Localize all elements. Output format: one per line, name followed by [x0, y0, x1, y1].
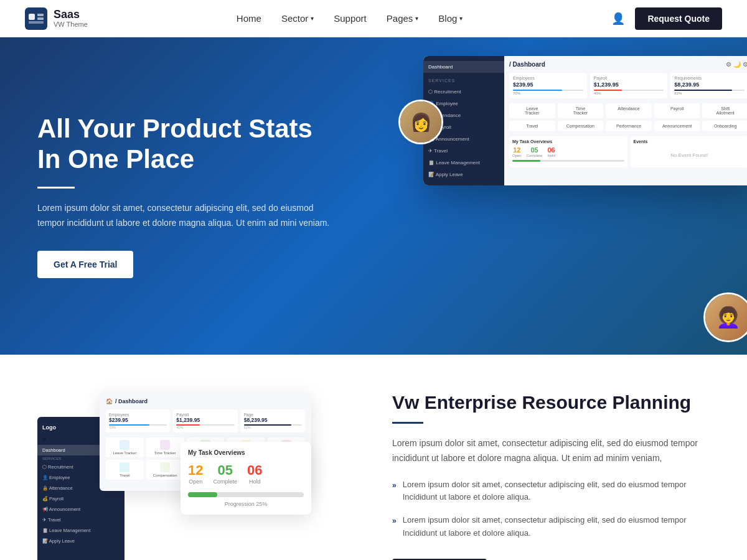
mock-stat-payroll: Payroll $1,239.95 40%	[590, 73, 668, 98]
hero-section: All Your Product Stats In One Place Lore…	[0, 37, 747, 355]
small-sidebar-leave: 📋 Leave Management	[37, 525, 125, 536]
small-sidebar-payroll: 💰 Payroll	[37, 493, 125, 504]
hero-divider	[37, 187, 75, 189]
mock-icon-performance: Performance	[606, 121, 652, 131]
feature-item-2: » Lorem ipsum dolor sit amet, consectetu…	[392, 514, 710, 540]
task-ov-nums: 12 Open 05 Complete 06 Hold	[188, 462, 304, 485]
navbar-actions: 👤 Request Quote	[611, 7, 722, 30]
get-free-trial-button[interactable]: Get A Free Trial	[37, 251, 133, 278]
small-sidebar-announcement: 📢 Announcement	[37, 504, 125, 515]
hero-content: All Your Product Stats In One Place Lore…	[37, 114, 336, 278]
chevron-icon-2: »	[392, 515, 397, 540]
section-divider	[392, 422, 423, 424]
mock-main: / Dashboard ⚙ 🌙 ⚙ Employees $239.95 70% …	[504, 56, 747, 185]
mock-stats-row: Employees $239.95 70% Payroll $1,239.95 …	[509, 73, 747, 98]
mock-icon-travel: Travel	[509, 121, 555, 131]
small-stat-employees: Employees $239.95 70%	[106, 409, 170, 432]
task-progress-label: Progression 25%	[188, 501, 304, 507]
mock-sidebar-dashboard: Dashboard	[423, 61, 504, 73]
navbar: Saas VW Theme Home Sector ▾ Support Page…	[0, 0, 747, 37]
user-icon-button[interactable]: 👤	[611, 12, 625, 26]
small-sidebar-travel: ✈ Travel	[37, 515, 125, 525]
small-icon-time: Time Tracker	[146, 437, 184, 457]
feature-item-1: » Lorem ipsum dolor sit amet, consectetu…	[392, 478, 710, 505]
dashboard-mockup: Dashboard SERVICES ⬡ Recruitment 👤 Emplo…	[423, 56, 747, 185]
mock-breadcrumb: / Dashboard	[509, 61, 545, 68]
mock-task-complete: 05 Complete	[527, 146, 543, 157]
nav-sector[interactable]: Sector ▾	[281, 13, 314, 24]
mock-stat-employees: Employees $239.95 70%	[509, 73, 587, 98]
mock-icons-grid: LeaveTracker TimeTracker Attendance Payr…	[509, 103, 747, 131]
second-section: Logo☰ ✉🔍 Dashboard SERVICES ⬡ Recruitmen…	[0, 355, 747, 560]
mock-icon-leave-tracker: LeaveTracker	[509, 103, 555, 118]
mock-sidebar-services: SERVICES	[423, 75, 504, 86]
mock-stat-requirements: Requirements $8,239.95 82%	[670, 73, 747, 98]
mock-icon-onboarding: Onboarding	[702, 121, 747, 131]
nav-sector-link[interactable]: Sector ▾	[281, 13, 314, 24]
task-ov-title: My Task Overviews	[188, 449, 304, 456]
small-stat-requirements: Page $8,239.95 82%	[241, 409, 305, 432]
task-progress-bar	[188, 492, 304, 497]
avatar-top: 👩	[398, 100, 443, 144]
mock-task-row: My Task Overviews 12 Open 05 Complete	[509, 136, 747, 167]
mock-icon-shift: ShiftAllotment	[702, 103, 747, 118]
mock-icon-payroll: Payroll	[654, 103, 700, 118]
svg-rect-1	[29, 14, 35, 20]
task-ov-hold: 06 Hold	[247, 462, 262, 485]
svg-rect-4	[29, 21, 44, 24]
small-icon-leave: Leave Tracker	[106, 437, 144, 457]
feature-list: » Lorem ipsum dolor sit amet, consectetu…	[392, 478, 710, 540]
mock-task-title: My Task Overviews	[512, 139, 624, 144]
mock-icon-announcement: Announcement	[654, 121, 700, 131]
nav-blog-link[interactable]: Blog ▾	[438, 13, 463, 24]
mock-icon-attendance: Attendance	[606, 103, 652, 118]
nav-home-link[interactable]: Home	[237, 13, 261, 24]
mock-header-icons: ⚙ 🌙 ⚙	[726, 61, 747, 68]
second-right: Vw Enterprise Resource Planning Lorem ip…	[392, 392, 710, 560]
mock-sidebar-travel: ✈ Travel	[423, 145, 504, 157]
mock-icon-time-tracker: TimeTracker	[558, 103, 604, 118]
brand-title: Saas	[54, 9, 88, 21]
hero-title: All Your Product Stats In One Place	[37, 114, 336, 174]
sector-caret-icon: ▾	[311, 15, 314, 22]
mock-sidebar-leave: 📋 Leave Management	[423, 157, 504, 169]
mock-task-open: 12 Open	[512, 146, 522, 157]
avatar-bottom: 👩‍🦱	[703, 292, 747, 342]
pages-caret-icon: ▾	[415, 15, 418, 22]
mock-header: / Dashboard ⚙ 🌙 ⚙	[509, 61, 747, 68]
task-overview-card: My Task Overviews 12 Open 05 Complete 06…	[181, 442, 311, 515]
nav-blog[interactable]: Blog ▾	[438, 13, 463, 24]
second-section-title: Vw Enterprise Resource Planning	[392, 392, 710, 413]
nav-support[interactable]: Support	[334, 13, 367, 24]
svg-rect-3	[37, 17, 44, 20]
second-left: Logo☰ ✉🔍 Dashboard SERVICES ⬡ Recruitmen…	[37, 392, 355, 560]
svg-rect-2	[37, 14, 44, 16]
hero-visuals: 👩 Dashboard SERVICES ⬡ Recruitment 👤 Emp…	[386, 50, 747, 342]
mock-icon-compensation: Compensation	[558, 121, 604, 131]
small-icon-travel: Travel	[106, 460, 144, 480]
second-section-desc: Lorem ipsum dolor sit amet, consectetur …	[392, 436, 710, 466]
brand-logo[interactable]: Saas VW Theme	[25, 7, 88, 30]
small-icon-comp: Compensation	[146, 460, 184, 480]
nav-support-link[interactable]: Support	[334, 13, 367, 24]
mock-task-nums: 12 Open 05 Complete 06 Hold	[512, 146, 624, 157]
mock-task-overview: My Task Overviews 12 Open 05 Complete	[509, 136, 627, 167]
task-ov-open: 12 Open	[188, 462, 203, 485]
logo-icon	[25, 7, 47, 30]
brand-text: Saas VW Theme	[54, 9, 88, 29]
mock-sidebar-recruitment: ⬡ Recruitment	[423, 86, 504, 98]
blog-caret-icon: ▾	[459, 15, 463, 22]
nav-home[interactable]: Home	[237, 13, 261, 24]
nav-pages[interactable]: Pages ▾	[387, 13, 419, 24]
mock-events: Events No Event Found!	[631, 136, 748, 167]
mock-task-hold: 06 Hold	[547, 146, 555, 157]
svg-rect-0	[25, 7, 47, 30]
brand-subtitle: VW Theme	[54, 21, 88, 28]
nav-menu: Home Sector ▾ Support Pages ▾ Blog ▾	[237, 13, 463, 24]
small-stats-row: Employees $239.95 70% Payroll $1,239.95 …	[106, 409, 305, 432]
task-ov-complete: 05 Complete	[213, 462, 237, 485]
nav-pages-link[interactable]: Pages ▾	[387, 13, 419, 24]
small-mockup-wrapper: Logo☰ ✉🔍 Dashboard SERVICES ⬡ Recruitmen…	[37, 392, 311, 560]
request-quote-button[interactable]: Request Quote	[635, 7, 722, 30]
mock-sidebar-apply: 📝 Apply Leave	[423, 169, 504, 180]
